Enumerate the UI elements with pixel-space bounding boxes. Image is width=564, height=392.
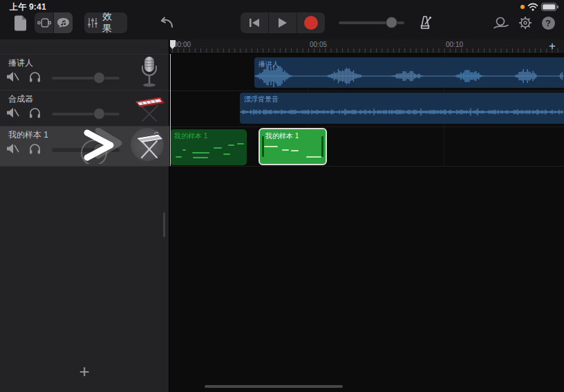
tracks-view-button[interactable]: [35, 12, 53, 33]
playhead-line: [170, 54, 171, 166]
row-divider: [170, 166, 564, 167]
mute-icon[interactable]: [6, 143, 19, 154]
rewind-button[interactable]: [241, 12, 268, 33]
view-segmented-control: [35, 12, 73, 33]
master-volume-slider[interactable]: [339, 21, 404, 24]
record-icon: [304, 16, 318, 30]
track-panel-scrollbar[interactable]: [163, 212, 165, 237]
help-question-icon: ?: [542, 17, 555, 30]
track-name: 播讲人: [8, 57, 33, 69]
row-divider: [170, 91, 564, 91]
fx-sliders-icon[interactable]: [84, 12, 101, 33]
region-label: 我的样本 1: [174, 131, 207, 141]
undo-icon[interactable]: [158, 15, 174, 30]
garageband-app: 上午 9:41 效果: [0, 0, 564, 392]
song-sections-button[interactable]: +: [549, 39, 556, 53]
track-name: 合成器: [8, 93, 33, 105]
sound-browser-button[interactable]: [54, 12, 73, 33]
effects-group: 效果: [84, 12, 127, 33]
midi-note: [214, 147, 222, 149]
ruler-ticks: [170, 48, 564, 53]
midi-note: [193, 157, 208, 158]
track-header-synth[interactable]: 合成器: [0, 91, 169, 127]
status-bar: 上午 9:41: [0, 0, 564, 12]
midi-note: [228, 144, 234, 146]
my-songs-document-button[interactable]: [12, 15, 28, 31]
battery-icon: [541, 3, 558, 11]
mute-icon[interactable]: [6, 107, 19, 118]
midi-note: [306, 156, 322, 158]
transport-controls: [241, 12, 325, 33]
arrow-pointer: [43, 128, 127, 164]
track-volume-slider[interactable]: [52, 77, 120, 80]
volume-thumb[interactable]: [93, 108, 105, 120]
arrange-area[interactable]: 播讲人 漂浮背景音 我的样本 1 我的样本 1: [170, 55, 564, 392]
play-button[interactable]: [269, 12, 297, 33]
metronome-icon[interactable]: [417, 15, 433, 31]
time-ruler[interactable]: 00:00 00:05 00:10 +: [170, 39, 564, 54]
divider: [0, 166, 169, 167]
playhead-marker[interactable]: [170, 40, 176, 50]
midi-note: [223, 153, 230, 155]
midi-note: [192, 152, 209, 153]
settings-gear-icon[interactable]: [517, 15, 534, 30]
row-divider: [170, 127, 564, 127]
audio-region-ambient[interactable]: 漂浮背景音: [240, 93, 564, 124]
mic-in-use-indicator-icon: [520, 5, 525, 9]
midi-region-my-sample-selected[interactable]: 我的样本 1: [258, 128, 327, 165]
keyboard-stand-icon[interactable]: [132, 127, 167, 162]
headphones-solo-icon[interactable]: [29, 107, 41, 118]
audio-region-narrator[interactable]: 播讲人: [254, 57, 564, 88]
region-label: 我的样本 1: [265, 131, 299, 141]
midi-note: [264, 146, 278, 147]
midi-note: [182, 149, 187, 151]
trim-handle-left[interactable]: [262, 136, 264, 157]
main-area: 播讲人 合成器: [0, 39, 564, 392]
effects-button[interactable]: 效果: [101, 12, 127, 33]
headphones-solo-icon[interactable]: [29, 71, 41, 82]
track-volume-slider[interactable]: [52, 113, 120, 115]
record-button[interactable]: [297, 12, 325, 33]
microphone-icon[interactable]: [132, 55, 167, 90]
headphones-solo-icon[interactable]: [29, 143, 41, 154]
horizontal-scrollbar[interactable]: [205, 385, 343, 388]
master-volume-thumb[interactable]: [386, 17, 397, 28]
region-label: 播讲人: [258, 59, 279, 69]
midi-note: [282, 149, 289, 151]
track-header-narrator[interactable]: 播讲人: [0, 55, 169, 91]
midi-note: [176, 156, 182, 158]
keyboard-icon[interactable]: [132, 91, 167, 126]
trim-handle-right[interactable]: [321, 136, 323, 157]
status-icons: [520, 3, 558, 11]
track-header-panel: 播讲人 合成器: [0, 39, 169, 392]
wifi-icon: [527, 3, 538, 11]
track-header-my-sample[interactable]: 我的样本 1: [0, 127, 169, 166]
midi-region-my-sample[interactable]: 我的样本 1: [170, 129, 247, 165]
midi-note: [291, 150, 299, 151]
region-label: 漂浮背景音: [244, 95, 279, 104]
help-button[interactable]: ?: [541, 16, 555, 30]
midi-note: [237, 143, 244, 144]
timeline: 00:00 00:05 00:10 + 播讲人: [170, 39, 564, 392]
clock: 上午 9:41: [10, 1, 46, 13]
volume-thumb[interactable]: [93, 72, 105, 84]
add-track-button[interactable]: +: [73, 360, 95, 382]
mute-icon[interactable]: [6, 71, 19, 82]
loop-browser-icon[interactable]: [492, 15, 510, 30]
